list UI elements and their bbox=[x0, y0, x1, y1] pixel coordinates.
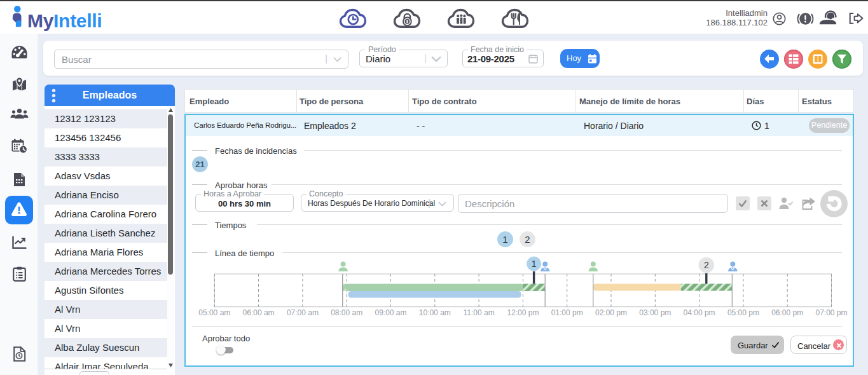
svg-text:01:00 pm: 01:00 pm bbox=[551, 308, 583, 317]
svg-text:08:00 am: 08:00 am bbox=[331, 308, 362, 317]
svg-text:07:00 pm: 07:00 pm bbox=[815, 308, 847, 317]
svg-text:MyIntelli: MyIntelli bbox=[27, 10, 102, 31]
svg-text:12:00 pm: 12:00 pm bbox=[507, 308, 539, 317]
svg-text:06:00 am: 06:00 am bbox=[243, 308, 275, 317]
svg-text:05:00 pm: 05:00 pm bbox=[727, 308, 759, 317]
svg-text:06:00 pm: 06:00 pm bbox=[771, 308, 803, 317]
svg-text:10:00 am: 10:00 am bbox=[419, 308, 451, 317]
svg-text:02:00 pm: 02:00 pm bbox=[595, 308, 627, 317]
svg-text:11:00 am: 11:00 am bbox=[464, 308, 495, 317]
svg-text:07:00 am: 07:00 am bbox=[287, 308, 319, 317]
svg-text:1: 1 bbox=[532, 259, 537, 269]
svg-text:2: 2 bbox=[704, 260, 709, 270]
svg-text:09:00 am: 09:00 am bbox=[375, 308, 406, 317]
svg-text:05:00 am: 05:00 am bbox=[198, 308, 230, 317]
svg-text:04:00 pm: 04:00 pm bbox=[684, 308, 715, 317]
svg-text:03:00 pm: 03:00 pm bbox=[639, 308, 671, 317]
